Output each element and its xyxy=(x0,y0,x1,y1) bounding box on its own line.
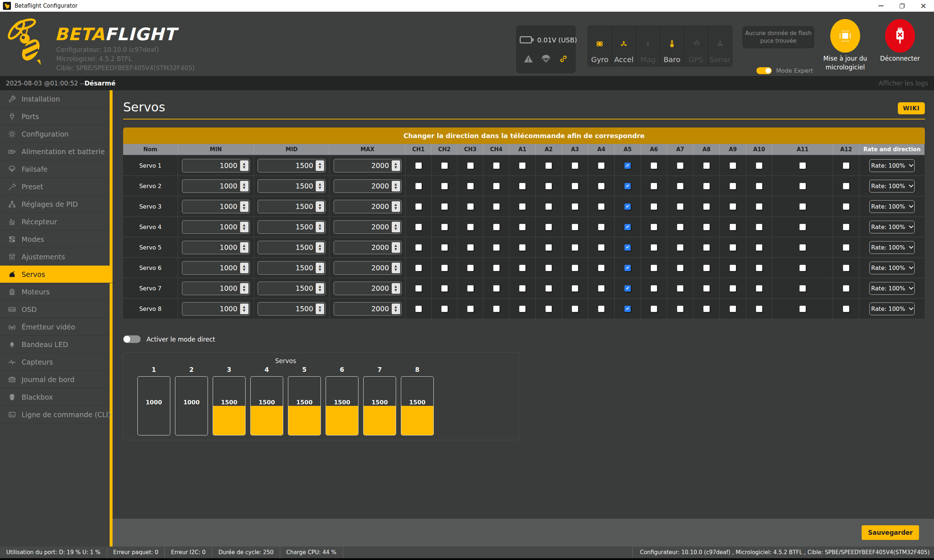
servo-8-a9-checkbox[interactable] xyxy=(730,306,736,312)
sidebar-item-failsafe[interactable]: Failsafe xyxy=(0,160,109,178)
servo-2-max-input[interactable]: 2000 ▲▼ xyxy=(334,179,402,193)
servo-3-a10-checkbox[interactable] xyxy=(756,203,762,210)
servo-4-max-input[interactable]: 2000 ▲▼ xyxy=(334,220,402,234)
spinner-icon[interactable]: ▲▼ xyxy=(316,263,324,273)
spinner-icon[interactable]: ▲▼ xyxy=(240,303,248,314)
servo-2-mid-input[interactable]: 1500 ▲▼ xyxy=(258,179,326,193)
servo-2-rate-select[interactable]: Rate: 100% xyxy=(869,180,915,192)
servo-8-ch4-checkbox[interactable] xyxy=(493,306,500,312)
servo-7-a12-checkbox[interactable] xyxy=(843,285,849,291)
spinner-icon[interactable]: ▲▼ xyxy=(316,222,324,232)
servo-8-a5-checkbox[interactable]: ✔ xyxy=(625,306,631,312)
servo-8-a1-checkbox[interactable] xyxy=(519,306,525,312)
servo-4-a3-checkbox[interactable] xyxy=(572,224,578,230)
servo-3-a12-checkbox[interactable] xyxy=(843,203,849,210)
servo-7-a5-checkbox[interactable]: ✔ xyxy=(625,285,631,291)
servo-3-a3-checkbox[interactable] xyxy=(572,203,578,210)
servo-7-ch3-checkbox[interactable] xyxy=(467,285,474,291)
servo-3-a4-checkbox[interactable] xyxy=(598,203,605,210)
servo-3-a5-checkbox[interactable]: ✔ xyxy=(625,203,631,210)
servo-7-a3-checkbox[interactable] xyxy=(572,285,578,291)
disconnect-button[interactable] xyxy=(885,19,915,52)
servo-4-ch1-checkbox[interactable] xyxy=(415,224,422,230)
save-button[interactable]: Sauvegarder xyxy=(862,525,919,540)
servo-1-rate-select[interactable]: Rate: 100% xyxy=(869,159,915,172)
sidebar-item-logging[interactable]: Journal de bord xyxy=(0,371,109,388)
sidebar-item-cli[interactable]: Ligne de commande (CLI) xyxy=(0,406,109,423)
servo-6-a11-checkbox[interactable] xyxy=(800,265,806,271)
sidebar-item-receiver[interactable]: Récepteur xyxy=(0,213,109,231)
servo-7-a4-checkbox[interactable] xyxy=(598,285,605,291)
servo-2-ch4-checkbox[interactable] xyxy=(493,183,500,189)
servo-3-mid-input[interactable]: 1500 ▲▼ xyxy=(258,200,326,213)
servo-2-a2-checkbox[interactable] xyxy=(546,183,552,189)
servo-8-ch1-checkbox[interactable] xyxy=(415,306,422,312)
sidebar-item-sensors[interactable]: Capteurs xyxy=(0,353,109,371)
servo-5-ch1-checkbox[interactable] xyxy=(415,245,422,251)
servo-1-a5-checkbox[interactable]: ✔ xyxy=(625,163,631,169)
spinner-icon[interactable]: ▲▼ xyxy=(392,303,400,314)
servo-3-a9-checkbox[interactable] xyxy=(730,203,736,210)
expert-mode-toggle[interactable] xyxy=(756,67,772,74)
servo-5-ch3-checkbox[interactable] xyxy=(467,245,474,251)
spinner-icon[interactable]: ▲▼ xyxy=(240,283,248,294)
servo-4-a9-checkbox[interactable] xyxy=(730,224,736,230)
servo-4-a6-checkbox[interactable] xyxy=(651,224,657,230)
spinner-icon[interactable]: ▲▼ xyxy=(392,242,400,253)
spinner-icon[interactable]: ▲▼ xyxy=(240,160,248,171)
servo-7-a2-checkbox[interactable] xyxy=(546,285,552,291)
servo-2-ch2-checkbox[interactable] xyxy=(442,183,448,189)
servo-4-mid-input[interactable]: 1500 ▲▼ xyxy=(258,220,326,234)
sidebar-item-preset[interactable]: Preset xyxy=(0,178,109,195)
servo-3-min-input[interactable]: 1000 ▲▼ xyxy=(182,200,250,213)
restore-button[interactable] xyxy=(892,0,913,12)
spinner-icon[interactable]: ▲▼ xyxy=(392,160,400,171)
servo-5-a3-checkbox[interactable] xyxy=(572,245,578,251)
servo-2-a4-checkbox[interactable] xyxy=(598,183,605,189)
servo-7-ch1-checkbox[interactable] xyxy=(415,285,422,291)
servo-2-a9-checkbox[interactable] xyxy=(730,183,736,189)
servo-4-ch2-checkbox[interactable] xyxy=(442,224,448,230)
servo-2-ch1-checkbox[interactable] xyxy=(415,183,422,189)
spinner-icon[interactable]: ▲▼ xyxy=(316,283,324,294)
servo-4-a2-checkbox[interactable] xyxy=(546,224,552,230)
sidebar-item-ports[interactable]: Ports xyxy=(0,108,109,125)
servo-1-a12-checkbox[interactable] xyxy=(843,163,849,169)
servo-5-rate-select[interactable]: Rate: 100% xyxy=(869,241,915,254)
servo-1-a2-checkbox[interactable] xyxy=(546,163,552,169)
spinner-icon[interactable]: ▲▼ xyxy=(392,201,400,212)
servo-7-a9-checkbox[interactable] xyxy=(730,285,736,291)
servo-2-a6-checkbox[interactable] xyxy=(651,183,657,189)
servo-6-a6-checkbox[interactable] xyxy=(651,265,657,271)
servo-5-a9-checkbox[interactable] xyxy=(730,245,736,251)
servo-6-max-input[interactable]: 2000 ▲▼ xyxy=(334,261,402,275)
servo-4-a5-checkbox[interactable]: ✔ xyxy=(625,224,631,230)
servo-4-min-input[interactable]: 1000 ▲▼ xyxy=(182,220,250,234)
servo-2-ch3-checkbox[interactable] xyxy=(467,183,474,189)
servo-7-min-input[interactable]: 1000 ▲▼ xyxy=(182,282,250,295)
close-button[interactable]: × xyxy=(913,0,934,12)
servo-8-a4-checkbox[interactable] xyxy=(598,306,605,312)
servo-1-a7-checkbox[interactable] xyxy=(677,163,683,169)
servo-4-a1-checkbox[interactable] xyxy=(519,224,525,230)
servo-6-a3-checkbox[interactable] xyxy=(572,265,578,271)
servo-6-ch2-checkbox[interactable] xyxy=(442,265,448,271)
spinner-icon[interactable]: ▲▼ xyxy=(240,222,248,232)
servo-5-a2-checkbox[interactable] xyxy=(546,245,552,251)
servo-4-a8-checkbox[interactable] xyxy=(703,224,709,230)
servo-6-a1-checkbox[interactable] xyxy=(519,265,525,271)
servo-5-a6-checkbox[interactable] xyxy=(651,245,657,251)
sidebar-item-modes[interactable]: Modes xyxy=(0,231,109,248)
live-mode-toggle[interactable] xyxy=(123,335,141,343)
sidebar-item-blackbox[interactable]: Blackbox xyxy=(0,388,109,406)
servo-6-a10-checkbox[interactable] xyxy=(756,265,762,271)
servo-3-rate-select[interactable]: Rate: 100% xyxy=(869,200,915,213)
servo-7-mid-input[interactable]: 1500 ▲▼ xyxy=(258,282,326,295)
servo-4-ch3-checkbox[interactable] xyxy=(467,224,474,230)
spinner-icon[interactable]: ▲▼ xyxy=(392,222,400,232)
servo-2-min-input[interactable]: 1000 ▲▼ xyxy=(182,179,250,193)
servo-1-a3-checkbox[interactable] xyxy=(572,163,578,169)
servo-4-a10-checkbox[interactable] xyxy=(756,224,762,230)
servo-6-rate-select[interactable]: Rate: 100% xyxy=(869,262,915,274)
servo-3-ch2-checkbox[interactable] xyxy=(442,203,448,210)
